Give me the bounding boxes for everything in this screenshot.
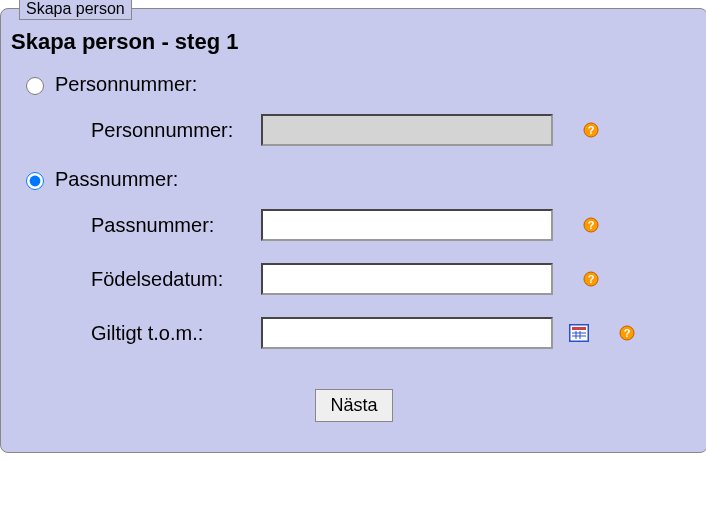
calendar-icon[interactable] (569, 324, 589, 342)
help-icon[interactable]: ? (583, 217, 599, 233)
row-giltigt-tom: Giltigt t.o.m.: ? (91, 317, 697, 349)
svg-text:?: ? (588, 219, 595, 231)
row-personnummer: Personnummer: ? (91, 114, 697, 146)
option-personnummer[interactable]: Personnummer: (21, 73, 697, 96)
help-icon[interactable]: ? (619, 325, 635, 341)
button-row: Nästa (11, 389, 697, 422)
label-giltigt-tom: Giltigt t.o.m.: (91, 322, 261, 345)
next-button[interactable]: Nästa (315, 389, 392, 422)
svg-text:?: ? (624, 327, 631, 339)
row-fodelsedatum: Födelsedatum: ? (91, 263, 697, 295)
label-fodelsedatum: Födelsedatum: (91, 268, 261, 291)
option-passnummer-label: Passnummer: (55, 168, 178, 191)
help-icon[interactable]: ? (583, 122, 599, 138)
create-person-panel: Skapa person Skapa person - steg 1 Perso… (0, 8, 706, 453)
radio-passnummer[interactable] (26, 172, 44, 190)
page-title: Skapa person - steg 1 (11, 29, 697, 55)
option-personnummer-label: Personnummer: (55, 73, 197, 96)
input-giltigt-tom[interactable] (261, 317, 553, 349)
label-personnummer: Personnummer: (91, 119, 261, 142)
svg-rect-7 (572, 327, 586, 330)
panel-legend: Skapa person (19, 0, 132, 20)
radio-personnummer[interactable] (26, 77, 44, 95)
option-passnummer[interactable]: Passnummer: (21, 168, 697, 191)
svg-text:?: ? (588, 273, 595, 285)
input-fodelsedatum[interactable] (261, 263, 553, 295)
row-passnummer: Passnummer: ? (91, 209, 697, 241)
svg-text:?: ? (588, 124, 595, 136)
label-passnummer: Passnummer: (91, 214, 261, 237)
input-personnummer (261, 114, 553, 146)
help-icon[interactable]: ? (583, 271, 599, 287)
input-passnummer[interactable] (261, 209, 553, 241)
